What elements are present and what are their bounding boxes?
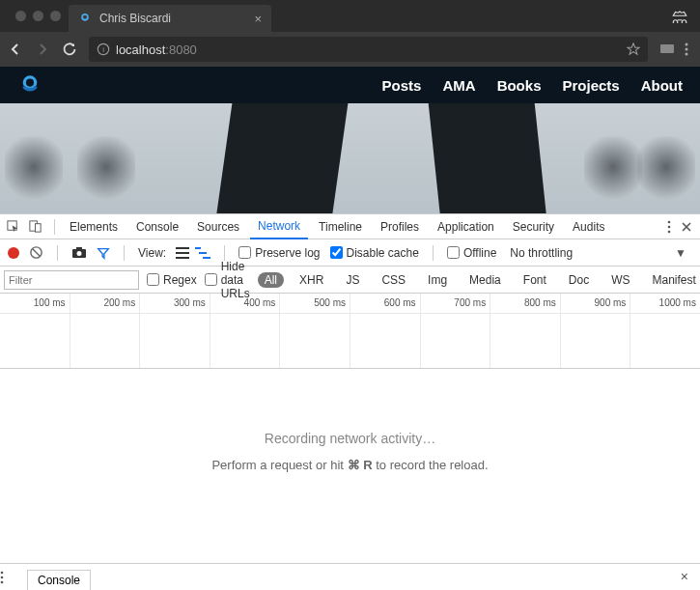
close-window-button[interactable] <box>15 11 26 21</box>
browser-chrome: Chris Biscardi × i localhost:8080 <box>0 0 700 67</box>
inspect-element-icon[interactable] <box>6 219 25 234</box>
disable-cache-checkbox[interactable]: Disable cache <box>330 246 419 260</box>
record-button[interactable] <box>8 247 19 259</box>
offline-checkbox[interactable]: Offline <box>447 246 496 260</box>
preserve-log-checkbox[interactable]: Preserve log <box>238 246 320 260</box>
back-button[interactable] <box>8 42 27 57</box>
bookmark-star-icon[interactable] <box>627 42 640 56</box>
view-label: View: <box>138 246 166 260</box>
svg-point-25 <box>1 576 4 579</box>
browser-actions <box>656 42 692 56</box>
devtools-tab-console[interactable]: Console <box>128 214 186 239</box>
devtools-tab-security[interactable]: Security <box>505 214 562 239</box>
svg-rect-19 <box>176 252 189 254</box>
clear-button[interactable] <box>29 245 43 260</box>
timeline-tick: 1000 ms <box>659 297 696 308</box>
capture-screenshots-icon[interactable] <box>71 246 87 259</box>
nav-link-projects[interactable]: Projects <box>562 77 619 94</box>
svg-point-6 <box>686 53 688 56</box>
network-overview-timeline[interactable]: 100 ms 200 ms 300 ms 400 ms 500 ms 600 m… <box>0 294 700 369</box>
address-bar[interactable]: i localhost:8080 <box>89 37 648 62</box>
filter-input[interactable] <box>4 270 139 290</box>
filter-type-doc[interactable]: Doc <box>562 272 596 288</box>
filter-type-all[interactable]: All <box>258 272 284 288</box>
devtools-tab-elements[interactable]: Elements <box>62 214 126 239</box>
svg-rect-20 <box>176 257 189 259</box>
timeline-tick: 700 ms <box>454 297 486 308</box>
site-nav: Posts AMA Books Projects About <box>382 77 683 94</box>
browser-menu-icon[interactable] <box>685 42 688 56</box>
site-info-icon[interactable]: i <box>97 42 110 56</box>
hero-image <box>0 103 700 213</box>
timeline-tick: 600 ms <box>384 297 416 308</box>
nav-link-posts[interactable]: Posts <box>382 77 422 94</box>
filter-toggle-icon[interactable] <box>97 246 110 260</box>
drawer-tab-console[interactable]: Console <box>27 570 91 590</box>
svg-point-4 <box>686 43 688 46</box>
network-filter-row: Regex Hide data URLs All XHR JS CSS Img … <box>0 267 700 294</box>
reload-button[interactable] <box>62 42 81 57</box>
resource-type-filter: All XHR JS CSS Img Media Font Doc WS Man… <box>258 272 700 288</box>
devtools-tab-audits[interactable]: Audits <box>565 214 612 239</box>
extension-icon[interactable] <box>659 42 675 56</box>
navigation-bar: i localhost:8080 <box>0 32 700 67</box>
devtools-tab-network[interactable]: Network <box>250 214 308 239</box>
tab-close-icon[interactable]: × <box>254 12 262 26</box>
nav-link-books[interactable]: Books <box>497 77 542 94</box>
drawer-close-icon[interactable]: × <box>669 569 700 590</box>
timeline-tick: 100 ms <box>34 297 66 308</box>
filter-type-img[interactable]: Img <box>421 272 454 288</box>
filter-type-xhr[interactable]: XHR <box>293 272 330 288</box>
device-toggle-icon[interactable] <box>28 219 47 234</box>
svg-point-5 <box>686 48 688 51</box>
forward-button[interactable] <box>35 42 54 57</box>
devtools-menu-icon[interactable] <box>667 220 671 234</box>
devtools: Elements Console Sources Network Timelin… <box>0 213 700 511</box>
devtools-tab-sources[interactable]: Sources <box>189 214 247 239</box>
filter-type-js[interactable]: JS <box>339 272 366 288</box>
filter-type-font[interactable]: Font <box>517 272 553 288</box>
filter-type-manifest[interactable]: Manifest <box>646 272 701 288</box>
view-waterfall-icon[interactable] <box>195 247 210 259</box>
view-list-icon[interactable] <box>176 247 189 259</box>
toolbar-overflow-icon[interactable]: ▼ <box>675 246 692 260</box>
svg-point-24 <box>1 572 4 575</box>
empty-title: Recording network activity… <box>0 431 700 446</box>
devtools-close-icon[interactable] <box>681 221 692 233</box>
devtools-tab-timeline[interactable]: Timeline <box>311 214 370 239</box>
timeline-tick: 500 ms <box>314 297 346 308</box>
throttling-select[interactable]: No throttling <box>510 246 573 260</box>
timeline-tick: 800 ms <box>524 297 556 308</box>
filter-type-ws[interactable]: WS <box>604 272 636 288</box>
svg-rect-23 <box>203 257 210 259</box>
tab-strip: Chris Biscardi × <box>0 0 700 32</box>
nav-link-about[interactable]: About <box>641 77 683 94</box>
maximize-window-button[interactable] <box>50 11 61 21</box>
nav-link-ama[interactable]: AMA <box>442 77 475 94</box>
svg-rect-3 <box>660 44 674 53</box>
drawer-menu-icon[interactable] <box>0 571 25 590</box>
browser-tab[interactable]: Chris Biscardi × <box>69 5 271 32</box>
devtools-tab-bar: Elements Console Sources Network Timelin… <box>0 214 700 239</box>
devtools-tab-profiles[interactable]: Profiles <box>373 214 427 239</box>
svg-point-26 <box>1 581 4 584</box>
favicon-icon <box>78 12 92 25</box>
timeline-tick: 900 ms <box>595 297 627 308</box>
svg-rect-21 <box>195 247 201 249</box>
network-toolbar: View: Preserve log Disable cache Offline… <box>0 239 700 267</box>
svg-point-13 <box>668 230 671 233</box>
incognito-icon <box>671 10 700 23</box>
minimize-window-button[interactable] <box>33 11 43 21</box>
svg-point-11 <box>668 220 671 223</box>
filter-type-css[interactable]: CSS <box>375 272 412 288</box>
timeline-tick: 300 ms <box>174 297 206 308</box>
svg-point-16 <box>77 251 82 256</box>
svg-rect-18 <box>176 247 189 249</box>
filter-type-media[interactable]: Media <box>462 272 508 288</box>
site-logo-icon[interactable] <box>17 72 42 98</box>
svg-point-7 <box>24 77 35 88</box>
page-viewport: Posts AMA Books Projects About <box>0 67 700 213</box>
devtools-tab-application[interactable]: Application <box>430 214 502 239</box>
svg-text:i: i <box>102 45 104 54</box>
regex-checkbox[interactable]: Regex <box>147 273 197 287</box>
